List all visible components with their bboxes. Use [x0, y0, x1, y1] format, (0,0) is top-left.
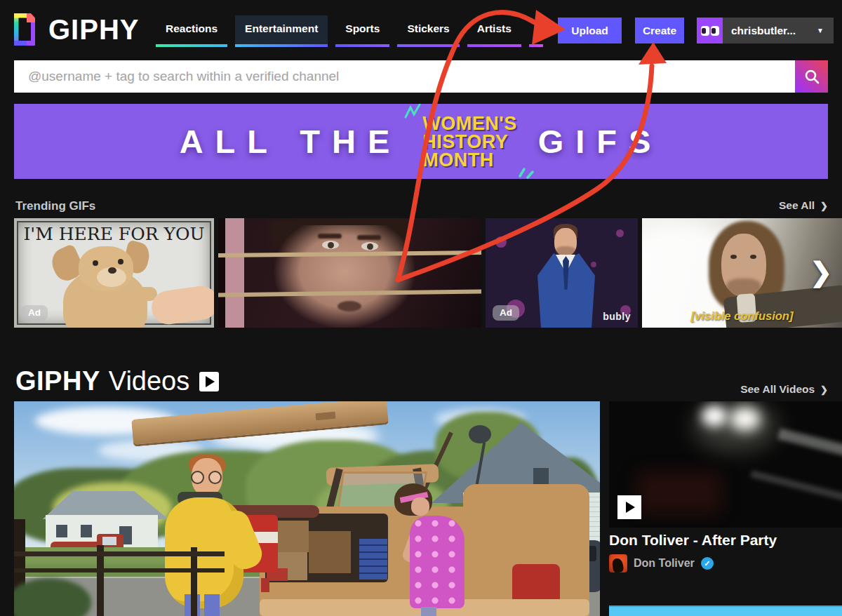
play-button[interactable] [617, 495, 641, 519]
banner-stacked-text: WOMEN'S HISTORY MONTH [422, 114, 516, 169]
featured-video-title[interactable]: Don Toliver - After Party [609, 532, 777, 549]
squiggle-decoration [404, 104, 424, 123]
carousel-next-button[interactable]: ❯ [810, 259, 832, 286]
channel-name: Don Toliver [634, 557, 695, 570]
trending-title: Trending GIFs [15, 199, 95, 213]
caret-down-icon: ▼ [817, 27, 824, 34]
nav-underline [397, 44, 459, 47]
main-video-thumbnail[interactable] [14, 401, 600, 616]
nav-item-artists[interactable]: Artists [467, 15, 521, 47]
banner-text-left: ALL THE [180, 122, 402, 161]
search-bar [14, 60, 828, 93]
nav-underline [235, 44, 328, 47]
gif-tile-face-blinds[interactable] [218, 218, 481, 328]
gif-caption: [visible confusion] [642, 309, 842, 323]
next-video-thumbnail[interactable] [609, 605, 842, 616]
ad-badge: Ad [21, 305, 48, 321]
avatar-eye-icon [701, 26, 709, 36]
trending-see-all-link[interactable]: See All ❯ [779, 199, 828, 212]
featured-video-thumbnail[interactable] [609, 401, 842, 528]
nav-item-sports[interactable]: Sports [335, 15, 389, 47]
ad-badge: Ad [493, 305, 519, 321]
nav-item-stickers[interactable]: Stickers [397, 15, 459, 47]
trending-gif-row: I'M HERE FOR YOU Ad [14, 218, 842, 328]
giphy-logo-icon [14, 13, 42, 46]
top-nav: Reactions Entertainment Sports Stickers … [156, 15, 551, 47]
nav-underline [156, 44, 227, 47]
search-input[interactable] [14, 60, 795, 93]
gif-tile-bubly-ad[interactable]: Ad bubly [486, 218, 638, 328]
gif-tile-dog-meme[interactable]: I'M HERE FOR YOU Ad [14, 218, 214, 328]
nav-item-entertainment[interactable]: Entertainment [235, 15, 328, 47]
nav-item-reactions[interactable]: Reactions [156, 15, 227, 47]
play-icon [199, 372, 219, 391]
vertical-dots-icon [535, 22, 537, 37]
search-button[interactable] [795, 60, 828, 93]
nav-underline [529, 44, 543, 47]
channel-avatar [609, 554, 627, 573]
avatar-eye-icon [711, 26, 719, 36]
giphy-logo-text: GIPHY [48, 13, 139, 46]
verified-badge-icon: ✓ [701, 557, 714, 570]
create-button[interactable]: Create [635, 18, 684, 43]
upload-button[interactable]: Upload [558, 18, 622, 43]
giphy-logo[interactable]: GIPHY [14, 13, 139, 46]
chevron-right-icon: ❯ [820, 384, 828, 395]
nav-underline [467, 44, 521, 47]
banner-text-right: GIFS [538, 122, 663, 161]
username-label: chrisbutler... [731, 25, 796, 37]
bubly-brand-logo: bubly [603, 311, 631, 322]
chevron-right-icon: ❯ [820, 201, 828, 211]
user-avatar [697, 18, 723, 43]
nav-underline [335, 44, 389, 47]
search-icon [803, 68, 820, 85]
channel-link[interactable]: Don Toliver ✓ [609, 554, 714, 573]
gif-caption: I'M HERE FOR YOU [14, 224, 214, 244]
promo-banner[interactable]: ALL THE WOMEN'S HISTORY MONTH GIFS [14, 104, 828, 179]
nav-more-menu[interactable] [529, 15, 543, 47]
user-menu[interactable]: chrisbutler... ▼ [697, 18, 834, 43]
squiggle-decoration [517, 162, 535, 180]
videos-see-all-link[interactable]: See All Videos ❯ [740, 383, 828, 396]
videos-section-title: GIPHY Videos [15, 366, 219, 396]
